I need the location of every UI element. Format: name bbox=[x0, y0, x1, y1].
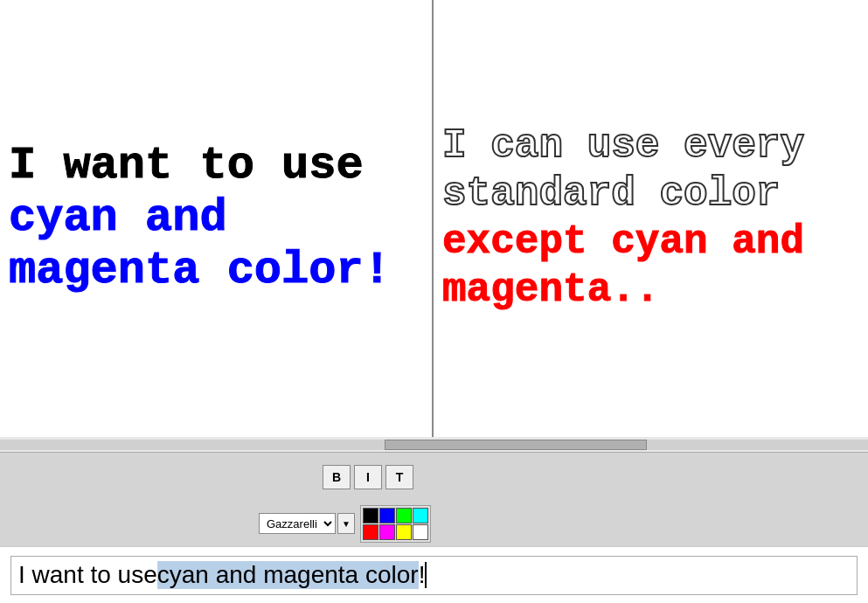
text-input-wrapper[interactable]: I want to use cyan and magenta color ! bbox=[10, 556, 858, 595]
input-area: I want to use cyan and magenta color ! bbox=[0, 546, 868, 603]
left-line2-text: cyan and bbox=[9, 192, 227, 244]
left-line2: cyan and bbox=[9, 192, 391, 245]
right-line4: magenta.. bbox=[442, 267, 804, 315]
font-select[interactable]: Gazzarelli bbox=[259, 513, 336, 534]
color-palette bbox=[360, 505, 431, 543]
color-white[interactable] bbox=[413, 524, 428, 540]
text-cursor bbox=[425, 562, 427, 588]
color-black[interactable] bbox=[363, 508, 378, 523]
color-green[interactable] bbox=[396, 508, 412, 523]
toolbar-area: B I T bbox=[0, 453, 868, 501]
input-selected-text: cyan and magenta color bbox=[157, 561, 419, 589]
scrollbar-thumb[interactable] bbox=[385, 440, 647, 450]
right-panel: I can use every standard color except cy… bbox=[434, 0, 868, 437]
color-magenta[interactable] bbox=[379, 524, 395, 540]
color-yellow[interactable] bbox=[396, 524, 412, 540]
color-blue[interactable] bbox=[379, 508, 395, 523]
left-line1-text: I want to use bbox=[9, 140, 364, 191]
left-panel: I want to use cyan and magenta color! bbox=[0, 0, 434, 437]
scrollbar-track[interactable] bbox=[0, 440, 868, 450]
right-line2: standard color bbox=[442, 170, 804, 218]
right-line4-text: magenta.. bbox=[442, 267, 659, 313]
left-line1: I want to use bbox=[9, 140, 391, 192]
right-text-block: I can use every standard color except cy… bbox=[442, 122, 804, 315]
right-line3-text: except cyan and bbox=[442, 219, 804, 265]
input-prefix: I want to use bbox=[18, 561, 157, 589]
input-suffix: ! bbox=[419, 561, 426, 589]
italic-button[interactable]: I bbox=[354, 465, 382, 489]
preview-area: I want to use cyan and magenta color! I … bbox=[0, 0, 868, 437]
font-selector-wrapper: Gazzarelli ▼ bbox=[259, 513, 355, 534]
font-color-area: Gazzarelli ▼ bbox=[0, 501, 868, 546]
text-button[interactable]: T bbox=[385, 465, 413, 489]
font-dropdown-button[interactable]: ▼ bbox=[337, 513, 355, 534]
left-text-block: I want to use cyan and magenta color! bbox=[9, 140, 391, 296]
bold-button[interactable]: B bbox=[323, 465, 351, 489]
color-red[interactable] bbox=[363, 524, 378, 540]
right-line2-text: standard color bbox=[442, 171, 780, 217]
right-line1: I can use every bbox=[442, 122, 804, 170]
right-line3: except cyan and bbox=[442, 218, 804, 267]
left-line3: magenta color! bbox=[9, 245, 391, 297]
scrollbar-area[interactable] bbox=[0, 437, 868, 453]
left-line3-text: magenta color! bbox=[9, 245, 391, 296]
right-line1-text: I can use every bbox=[442, 123, 804, 169]
color-cyan[interactable] bbox=[413, 508, 428, 523]
